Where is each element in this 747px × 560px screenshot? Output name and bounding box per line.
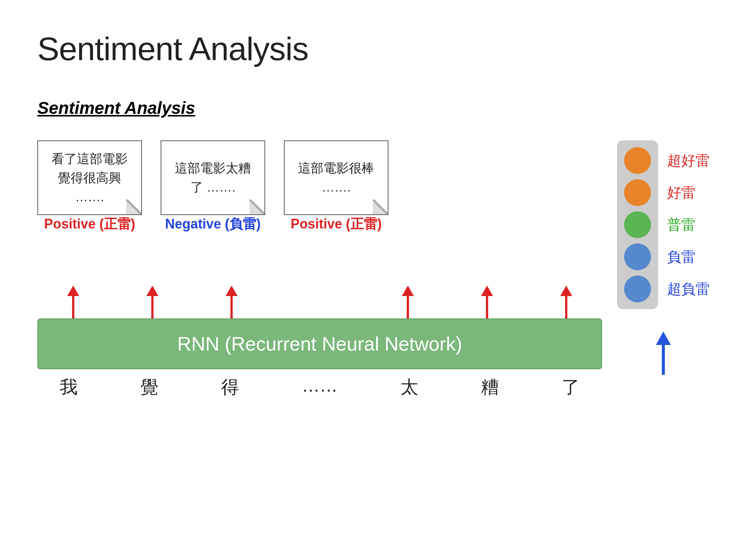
review-item-3: 這部電影很棒 ……. Positive (正雷): [284, 140, 388, 233]
review-label-2: Negative (負雷): [161, 215, 265, 233]
review-box-2: 這部電影太糟了 …….: [161, 140, 265, 215]
review-label-3: Positive (正雷): [284, 215, 388, 233]
traffic-row: 超好雷 好雷 普雷 負雷 超負雷: [617, 140, 710, 309]
review-text-3: 這部電影很棒 …….: [294, 159, 379, 197]
arrowhead-2: [146, 286, 158, 296]
rnn-box: RNN (Recurrent Neural Network): [37, 318, 602, 369]
section-subtitle: Sentiment Analysis: [37, 98, 710, 118]
word-item-1: 覺: [140, 372, 158, 399]
reviews-row: 看了這部電影覺得很高興 ……. Positive (正雷) 這部電影太糟了 ………: [37, 140, 602, 233]
arrow-row-top: [37, 286, 602, 318]
word-text-0: 我: [60, 375, 78, 399]
word-item-3: ……: [302, 372, 338, 396]
traffic-labels-col: 超好雷 好雷 普雷 負雷 超負雷: [667, 140, 710, 302]
traffic-circle-4: [624, 276, 651, 302]
review-box-3: 這部電影很棒 …….: [284, 140, 388, 215]
word-text-3: ……: [302, 375, 338, 396]
word-item-4: 太: [400, 372, 418, 399]
word-item-2: 得: [221, 372, 239, 399]
review-item-1: 看了這部電影覺得很高興 ……. Positive (正雷): [37, 140, 142, 233]
traffic-circle-2: [624, 211, 651, 238]
traffic-label-0: 超好雷: [667, 147, 710, 174]
arrow-up-1: [67, 286, 79, 318]
arrowhead-3: [226, 286, 238, 296]
page-container: Sentiment Analysis Sentiment Analysis 看了…: [0, 0, 747, 560]
arrow-up-4: [402, 286, 414, 318]
spacer-1: [37, 241, 602, 263]
blue-arrowhead: [656, 332, 671, 345]
word-item-5: 糟: [481, 372, 499, 399]
review-text-2: 這部電影太糟了 …….: [170, 159, 255, 197]
word-item-6: 了: [562, 372, 580, 399]
words-row: 我 覺 得 …… 太 糟: [37, 372, 602, 399]
arrowshaft-4: [407, 296, 409, 318]
review-item-2: 這部電影太糟了 ……. Negative (負雷): [161, 140, 265, 233]
arrowshaft-5: [486, 296, 488, 318]
traffic-label-1: 好雷: [667, 179, 710, 206]
left-main: 看了這部電影覺得很高興 ……. Positive (正雷) 這部電影太糟了 ………: [37, 140, 602, 399]
full-diagram: 看了這部電影覺得很高興 ……. Positive (正雷) 這部電影太糟了 ………: [37, 140, 710, 417]
arrowhead-5: [481, 286, 493, 296]
word-text-2: 得: [221, 375, 239, 399]
blue-up-arrow: [656, 332, 671, 375]
arrow-up-6: [560, 286, 572, 318]
rnn-section: RNN (Recurrent Neural Network) 我 覺 得 ……: [37, 286, 602, 399]
review-text-1: 看了這部電影覺得很高興 …….: [47, 149, 132, 206]
word-text-4: 太: [400, 375, 418, 399]
traffic-label-2: 普雷: [667, 211, 710, 238]
word-item-0: 我: [60, 372, 78, 399]
review-label-1: Positive (正雷): [37, 215, 142, 233]
traffic-light-container: [617, 140, 658, 309]
arrowshaft-3: [230, 296, 233, 318]
word-text-5: 糟: [481, 375, 499, 399]
arrowhead-6: [560, 286, 572, 296]
main-title: Sentiment Analysis: [37, 30, 710, 68]
word-text-1: 覺: [140, 375, 158, 399]
arrowshaft-6: [565, 296, 567, 318]
arrow-up-3: [226, 286, 238, 318]
traffic-label-4: 超負雷: [667, 276, 710, 302]
traffic-circle-3: [624, 243, 651, 270]
arrow-up-5: [481, 286, 493, 318]
right-traffic: 超好雷 好雷 普雷 負雷 超負雷: [617, 140, 710, 417]
arrow-up-2: [146, 286, 158, 318]
arrowshaft-2: [151, 296, 154, 318]
traffic-label-3: 負雷: [667, 243, 710, 270]
traffic-circle-1: [624, 179, 651, 206]
traffic-circle-0: [624, 147, 651, 174]
arrowshaft-1: [72, 296, 74, 318]
blue-arrowshaft: [662, 345, 665, 375]
word-text-6: 了: [562, 375, 580, 399]
review-box-1: 看了這部電影覺得很高興 …….: [37, 140, 142, 215]
arrowhead-4: [402, 286, 414, 296]
arrowhead-1: [67, 286, 79, 296]
